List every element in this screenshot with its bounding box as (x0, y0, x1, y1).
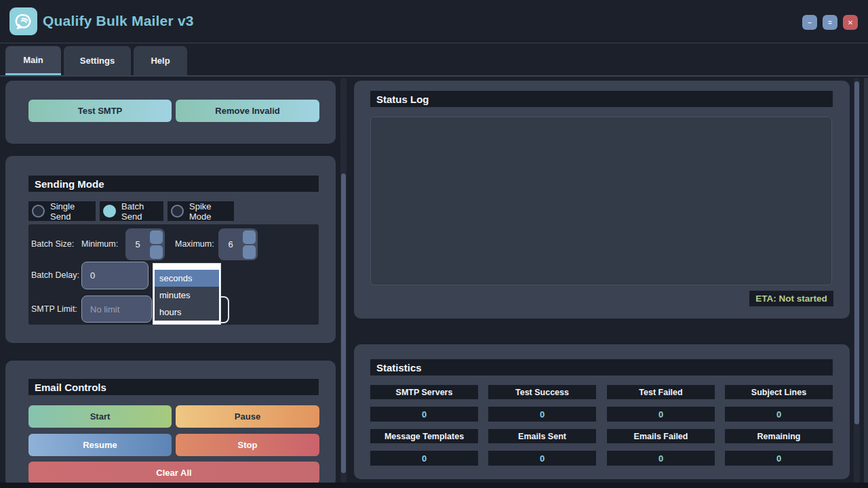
minimize-button[interactable]: – (802, 15, 817, 30)
stat-value-emails-sent: 0 (488, 451, 596, 466)
radio-checked-icon (103, 205, 116, 218)
batch-delay-label: Batch Delay: (31, 268, 79, 282)
sending-mode-header: Sending Mode (28, 176, 319, 192)
maximum-spinner[interactable]: 6 (218, 228, 258, 260)
batch-delay-input[interactable] (81, 262, 149, 289)
minimum-spinner-up-button[interactable] (150, 230, 163, 244)
email-controls-card: Email Controls Start Pause Resume Stop C… (5, 361, 336, 487)
stat-label-emails-sent: Emails Sent (488, 429, 596, 443)
maximum-value: 6 (218, 228, 243, 260)
maximize-icon: = (828, 19, 832, 26)
statistics-card: Statistics SMTP Servers Test Success Tes… (354, 344, 850, 479)
app-logo-icon (9, 7, 37, 35)
maximize-button[interactable]: = (823, 15, 837, 30)
right-edge-panel (864, 78, 868, 483)
radio-batch-send[interactable]: Batch Send (100, 201, 163, 221)
pause-button[interactable]: Pause (176, 405, 319, 428)
stat-value-test-success: 0 (488, 407, 596, 422)
maximum-label: Maximum: (175, 237, 214, 251)
minimum-value: 5 (125, 228, 150, 260)
stat-value-remaining: 0 (725, 451, 833, 466)
radio-single-send-label: Single Send (50, 201, 96, 222)
tabbar-divider (0, 75, 868, 77)
radio-spike-mode-label: Spike Mode (189, 201, 234, 222)
radio-batch-send-label: Batch Send (121, 201, 163, 222)
left-scrollbar-thumb[interactable] (341, 174, 346, 473)
stat-label-message-templates: Message Templates (370, 429, 478, 443)
clear-all-button[interactable]: Clear All (28, 462, 319, 484)
tab-main-label: Main (23, 55, 43, 65)
dropdown-option-seconds[interactable]: seconds (155, 270, 219, 287)
status-log-header: Status Log (370, 91, 833, 107)
tab-main[interactable]: Main (5, 46, 61, 75)
stat-value-message-templates: 0 (370, 451, 478, 466)
dropdown-option-minutes[interactable]: minutes (155, 287, 219, 304)
stat-value-subject-lines: 0 (725, 407, 833, 422)
eta-label: ETA: Not started (749, 291, 833, 306)
stat-label-test-success: Test Success (488, 385, 596, 399)
start-button[interactable]: Start (28, 405, 172, 428)
minimize-icon: – (808, 19, 812, 26)
statistics-header: Statistics (370, 359, 833, 375)
sending-mode-card: Sending Mode Single Send Batch Send Spik… (5, 156, 336, 343)
stat-label-subject-lines: Subject Lines (725, 385, 833, 399)
status-log-card: Status Log ETA: Not started (354, 81, 850, 319)
radio-single-send[interactable]: Single Send (28, 201, 96, 221)
tab-help-label: Help (151, 56, 170, 66)
left-scrollbar-track[interactable] (340, 78, 347, 483)
close-icon: ✕ (848, 19, 853, 26)
minimum-label: Minimum: (81, 237, 118, 251)
stat-label-remaining: Remaining (725, 429, 833, 443)
close-button[interactable]: ✕ (843, 15, 858, 30)
maximum-spinner-up-button[interactable] (243, 230, 256, 244)
stat-label-smtp-servers: SMTP Servers (370, 385, 478, 399)
maximum-spinner-down-button[interactable] (243, 245, 256, 259)
radio-unchecked-icon (32, 205, 45, 218)
remove-invalid-button[interactable]: Remove Invalid (176, 100, 319, 122)
test-smtp-button[interactable]: Test SMTP (28, 100, 172, 122)
app-title: Qualify Bulk Mailer v3 (43, 13, 194, 29)
smtp-toolbar-card: Test SMTP Remove Invalid (5, 81, 336, 144)
smtp-limit-input[interactable] (81, 296, 152, 323)
email-controls-header: Email Controls (28, 379, 319, 395)
radio-unchecked-icon (171, 205, 184, 218)
resume-button[interactable]: Resume (28, 434, 172, 456)
minimum-spinner[interactable]: 5 (125, 228, 165, 260)
tab-help[interactable]: Help (134, 46, 187, 75)
tab-settings[interactable]: Settings (64, 46, 131, 75)
app-window: Qualify Bulk Mailer v3 – = ✕ Main Settin… (0, 0, 868, 488)
delay-unit-dropdown[interactable]: seconds minutes hours (153, 263, 221, 325)
smtp-limit-label: SMTP Limit: (31, 302, 77, 316)
stat-value-test-failed: 0 (607, 407, 715, 422)
stop-button[interactable]: Stop (176, 434, 319, 456)
right-scrollbar-thumb[interactable] (854, 81, 859, 424)
right-scrollbar-track[interactable] (854, 78, 860, 483)
window-bottom-edge (0, 483, 868, 488)
stat-value-emails-failed: 0 (607, 451, 715, 466)
stat-label-emails-failed: Emails Failed (607, 429, 715, 443)
radio-spike-mode[interactable]: Spike Mode (167, 201, 234, 221)
stat-label-test-failed: Test Failed (607, 385, 715, 399)
minimum-spinner-down-button[interactable] (150, 245, 163, 259)
titlebar-separator (0, 43, 868, 43)
stat-value-smtp-servers: 0 (370, 407, 478, 422)
status-log-textarea[interactable] (370, 117, 832, 285)
tab-settings-label: Settings (80, 56, 115, 66)
dropdown-option-hours[interactable]: hours (155, 304, 219, 321)
batch-size-label: Batch Size: (31, 237, 74, 251)
